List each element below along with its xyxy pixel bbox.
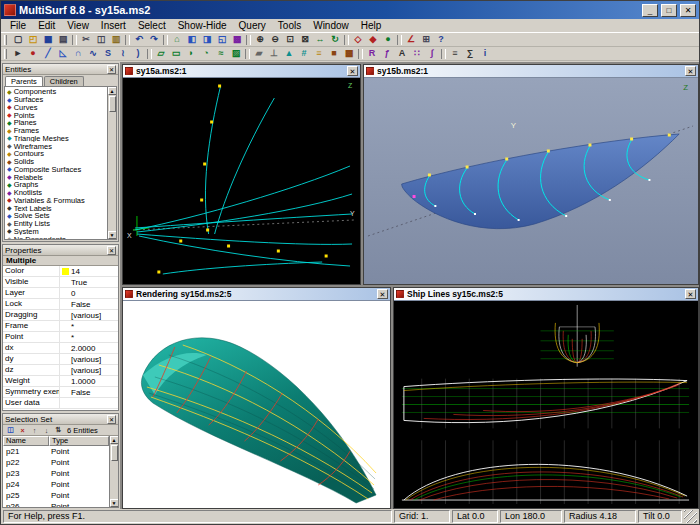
minimize-button[interactable]: _ — [642, 4, 658, 17]
separator[interactable] — [358, 49, 363, 59]
tree-item[interactable]: ◆ Variables & Formulas — [7, 197, 106, 205]
swept-surface-icon[interactable]: ◔ — [199, 48, 213, 60]
side-view-icon[interactable]: ◨ — [200, 34, 214, 46]
viewport-canvas[interactable] — [394, 301, 698, 508]
property-row[interactable]: Lock False — [3, 299, 118, 310]
panel-close-icon[interactable]: ✕ — [107, 246, 116, 255]
tree-item[interactable]: ◆ Entity Lists — [7, 220, 106, 228]
wireframe-entity-icon[interactable]: # — [297, 48, 311, 60]
move-up-icon[interactable]: ↑ — [29, 425, 40, 435]
tree-item[interactable]: ◆ Contours — [7, 150, 106, 158]
title-bar[interactable]: MultiSurf 8.8 - sy15a.ms2 _ □ ✕ — [1, 1, 699, 19]
ruled-surface-icon[interactable]: ▱ — [154, 48, 168, 60]
cut-icon[interactable]: ✂ — [79, 34, 93, 46]
property-value[interactable]: 14 — [60, 267, 118, 276]
print-icon[interactable]: ▤ — [56, 34, 70, 46]
property-row[interactable]: Point * — [3, 332, 118, 343]
panel-close-icon[interactable]: ✕ — [107, 415, 116, 424]
undo-icon[interactable]: ↶ — [132, 34, 146, 46]
toolbar-grip[interactable] — [4, 49, 7, 59]
property-value[interactable]: * — [60, 322, 118, 331]
home-view-icon[interactable]: ⌂ — [170, 34, 184, 46]
tree-item[interactable]: ◆ No Dependents — [7, 235, 106, 240]
entities-panel-header[interactable]: Entities ✕ — [3, 64, 118, 75]
top-view-icon[interactable]: ◱ — [215, 34, 229, 46]
property-row[interactable]: dx 2.0000 — [3, 343, 118, 354]
property-row[interactable]: Color 14 — [3, 266, 118, 277]
separator[interactable] — [397, 35, 402, 45]
viewport-canvas[interactable] — [123, 301, 390, 508]
separator[interactable] — [125, 35, 130, 45]
tree-item[interactable]: ◆ Wireframes — [7, 142, 106, 150]
revolution-surface-icon[interactable]: ◗ — [184, 48, 198, 60]
property-value[interactable]: 2.0000 — [60, 344, 118, 353]
menu-item[interactable]: Select — [132, 19, 172, 33]
iso-view-icon[interactable]: ▩ — [230, 34, 244, 46]
tree-item[interactable]: ◆ Composite Surfaces — [7, 166, 106, 174]
solid-entity-icon[interactable]: ■ — [327, 48, 341, 60]
resize-grip[interactable] — [684, 510, 697, 523]
menu-item[interactable]: Show-Hide — [172, 19, 233, 33]
new-file-icon[interactable]: ▢ — [11, 34, 25, 46]
grid-toggle-icon[interactable]: ⊞ — [419, 34, 433, 46]
viewport-title-bar[interactable]: sy15b.ms2:1 ✕ — [364, 65, 698, 78]
toolbar-grip[interactable] — [4, 35, 7, 45]
select-all-icon[interactable]: ◫ — [5, 425, 16, 435]
selection-row[interactable]: p24 Point — [3, 479, 109, 490]
viewport-close-icon[interactable]: ✕ — [685, 66, 696, 76]
scroll-thumb[interactable] — [111, 445, 118, 461]
property-row[interactable]: dz [various] — [3, 365, 118, 376]
tree-item[interactable]: ◆ Text Labels — [7, 204, 106, 212]
helix-entity-icon[interactable]: ≀ — [116, 48, 130, 60]
zoom-fit-icon[interactable]: ⊠ — [298, 34, 312, 46]
property-row[interactable]: Weight 1.0000 — [3, 376, 118, 387]
selection-scrollbar[interactable]: ▲ ▼ — [109, 436, 118, 507]
solve-set-icon[interactable]: ∑ — [463, 48, 477, 60]
rotate-view-icon[interactable]: ↻ — [328, 34, 342, 46]
maximize-button[interactable]: □ — [661, 4, 677, 17]
zoom-out-icon[interactable]: ⊖ — [268, 34, 282, 46]
tree-item[interactable]: ◆ Points — [7, 111, 106, 119]
menu-item[interactable]: View — [61, 19, 95, 33]
lofted-surface-icon[interactable]: ≈ — [214, 48, 228, 60]
menu-item[interactable]: Window — [307, 19, 355, 33]
render-mode-icon[interactable]: ● — [381, 34, 395, 46]
selection-row[interactable]: p25 Point — [3, 490, 109, 501]
shaded-mode-icon[interactable]: ◆ — [366, 34, 380, 46]
open-folder-icon[interactable]: ◰ — [26, 34, 40, 46]
measure-icon[interactable]: ∠ — [404, 34, 418, 46]
property-value[interactable]: True — [60, 278, 118, 287]
panel-close-icon[interactable]: ✕ — [107, 65, 116, 74]
scroll-down-icon[interactable]: ▼ — [110, 499, 119, 507]
viewport-title-bar[interactable]: Ship Lines sy15c.ms2:5 ✕ — [394, 288, 698, 301]
viewport-title-bar[interactable]: Rendering sy15d.ms2:5 ✕ — [123, 288, 390, 301]
property-row[interactable]: Symmetry exempt False — [3, 387, 118, 398]
paste-icon[interactable]: ▥ — [109, 34, 123, 46]
property-value[interactable]: * — [60, 333, 118, 342]
tree-item[interactable]: ◆ Surfaces — [7, 96, 106, 104]
tree-item[interactable]: ◆ Solve Sets — [7, 212, 106, 220]
point-entity-icon[interactable]: ● — [26, 48, 40, 60]
entity-list-icon[interactable]: ≡ — [448, 48, 462, 60]
front-view-icon[interactable]: ◧ — [185, 34, 199, 46]
menu-item[interactable]: File — [4, 19, 32, 33]
property-value[interactable]: [various] — [60, 366, 118, 375]
tree-item[interactable]: ◆ Solids — [7, 158, 106, 166]
tree-item[interactable]: ◆ Knotlists — [7, 189, 106, 197]
property-row[interactable]: Layer 0 — [3, 288, 118, 299]
column-header-type[interactable]: Type — [49, 436, 109, 446]
menu-item[interactable]: Edit — [32, 19, 61, 33]
triangle-mesh-icon[interactable]: ▲ — [282, 48, 296, 60]
wireframe-mode-icon[interactable]: ◇ — [351, 34, 365, 46]
frame-entity-icon[interactable]: ⊥ — [267, 48, 281, 60]
selection-row[interactable]: p21 Point — [3, 446, 109, 457]
menu-item[interactable]: Tools — [272, 19, 307, 33]
tree-item[interactable]: ◆ Components — [7, 88, 106, 96]
tree-item[interactable]: ◆ Curves — [7, 104, 106, 112]
foil-entity-icon[interactable]: ) — [131, 48, 145, 60]
arc-entity-icon[interactable]: ∩ — [71, 48, 85, 60]
property-value[interactable] — [60, 400, 118, 407]
tree-item[interactable]: ◆ Triangle Meshes — [7, 135, 106, 143]
property-value[interactable]: False — [60, 300, 118, 309]
knotlist-entity-icon[interactable]: ∷ — [410, 48, 424, 60]
